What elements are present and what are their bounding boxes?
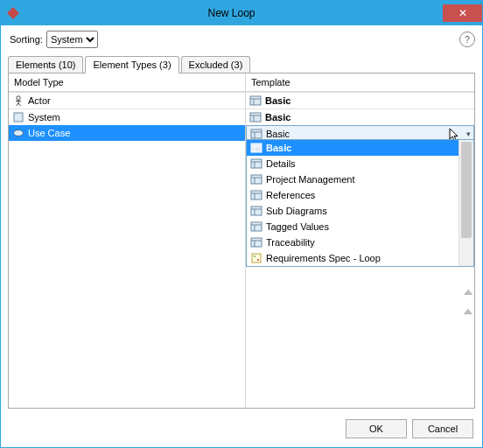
sorting-select[interactable]: System <box>46 31 98 48</box>
svg-line-5 <box>18 103 21 106</box>
tab-elements[interactable]: Elements (10) <box>8 56 83 74</box>
dropdown-item[interactable]: Tagged Values <box>247 219 458 234</box>
template-cell[interactable]: Basic <box>246 108 474 125</box>
tab-excluded[interactable]: Excluded (3) <box>181 56 251 74</box>
dropdown-label: Basic <box>266 143 291 153</box>
dialog-buttons: OK Cancel <box>1 414 482 447</box>
template-label: Basic <box>266 129 290 139</box>
svg-marker-0 <box>7 7 19 19</box>
svg-point-40 <box>254 256 256 257</box>
titlebar: New Loop ✕ <box>1 1 482 25</box>
svg-rect-18 <box>251 144 262 152</box>
column-header-model: Model Type <box>9 74 245 92</box>
svg-rect-27 <box>251 191 262 200</box>
table-row[interactable]: Actor <box>9 92 245 108</box>
window-title: New Loop <box>20 7 443 19</box>
model-label: Actor <box>28 95 51 106</box>
template-cell[interactable]: Basic <box>246 92 474 108</box>
dropdown-scrollbar[interactable] <box>458 140 473 266</box>
dropdown-item[interactable]: Sub Diagrams <box>247 203 458 219</box>
help-icon[interactable]: ? <box>459 32 475 47</box>
close-icon: ✕ <box>458 8 467 18</box>
template-label: Basic <box>265 95 290 106</box>
app-icon <box>6 6 20 20</box>
tabs: Elements (10) Element Types (3) Excluded… <box>1 53 482 73</box>
actor-icon <box>12 94 24 107</box>
dropdown-label: Details <box>266 158 296 169</box>
template-icon <box>249 94 262 107</box>
dropdown-item[interactable]: Details <box>247 156 458 172</box>
dropdown-label: Sub Diagrams <box>266 206 327 216</box>
template-label: Basic <box>265 112 290 122</box>
sorting-label: Sorting: <box>10 34 43 45</box>
dropdown-label: Project Management <box>266 174 355 185</box>
dropdown-item[interactable]: Requirements Spec - Loop <box>247 250 458 266</box>
dialog-new-loop: New Loop ✕ Sorting: System ? Elements (1… <box>0 0 483 448</box>
tab-element-types[interactable]: Element Types (3) <box>85 56 178 74</box>
svg-rect-39 <box>252 254 261 262</box>
svg-point-7 <box>14 130 24 136</box>
dropdown-label: Tagged Values <box>266 221 329 232</box>
main-panel: Model Type Actor System Use Case <box>8 73 475 409</box>
template-icon <box>250 142 262 154</box>
template-icon <box>250 189 262 201</box>
dropdown-items: Basic Details Project Management Referen… <box>247 140 458 266</box>
template-icon <box>249 111 262 123</box>
svg-rect-14 <box>251 130 262 138</box>
svg-rect-21 <box>251 159 262 168</box>
system-icon <box>12 111 24 123</box>
svg-point-1 <box>17 96 20 100</box>
ok-button[interactable]: OK <box>346 419 407 438</box>
template-icon <box>250 128 262 140</box>
model-label: System <box>28 112 60 122</box>
reorder-arrows: ▲ ▼ <box>460 284 475 320</box>
svg-rect-6 <box>14 113 23 122</box>
dropdown-item[interactable]: Traceability <box>247 234 458 250</box>
cancel-button[interactable]: Cancel <box>412 419 473 438</box>
dropdown-label: Requirements Spec - Loop <box>266 253 381 263</box>
svg-rect-8 <box>250 96 261 105</box>
usecase-icon <box>12 127 24 139</box>
move-down-button[interactable]: ▼ <box>460 308 475 318</box>
template-icon <box>250 158 262 170</box>
dropdown-item[interactable]: Basic <box>247 140 458 156</box>
dropdown-item[interactable]: Project Management <box>247 172 458 187</box>
column-template: Template Basic Basic Basic ▾ <box>246 74 474 408</box>
template-icon <box>250 220 262 233</box>
template-icon <box>250 173 262 186</box>
template-icon <box>250 236 262 248</box>
dropdown-label: Traceability <box>266 237 315 248</box>
spec-icon <box>250 252 262 264</box>
sorting-row: Sorting: System ? <box>1 25 482 52</box>
svg-rect-24 <box>251 175 262 184</box>
svg-point-41 <box>257 259 259 261</box>
chevron-down-icon: ▾ <box>466 130 471 138</box>
column-header-template: Template <box>246 74 474 92</box>
template-dropdown: Basic Details Project Management Referen… <box>246 139 474 267</box>
svg-rect-36 <box>251 238 262 247</box>
dropdown-item[interactable]: References <box>247 187 458 203</box>
scrollbar-thumb[interactable] <box>461 142 472 238</box>
template-icon <box>250 205 262 217</box>
svg-rect-11 <box>250 113 261 122</box>
close-button[interactable]: ✕ <box>443 4 482 22</box>
move-up-button[interactable]: ▲ <box>460 287 475 297</box>
table-row[interactable]: System <box>9 108 245 125</box>
dropdown-label: References <box>266 190 315 200</box>
svg-rect-30 <box>251 206 262 215</box>
svg-rect-33 <box>251 222 262 231</box>
model-label: Use Case <box>28 128 70 138</box>
table-row[interactable]: Use Case <box>9 125 245 141</box>
svg-line-4 <box>17 103 19 106</box>
column-model: Model Type Actor System Use Case <box>9 74 246 408</box>
